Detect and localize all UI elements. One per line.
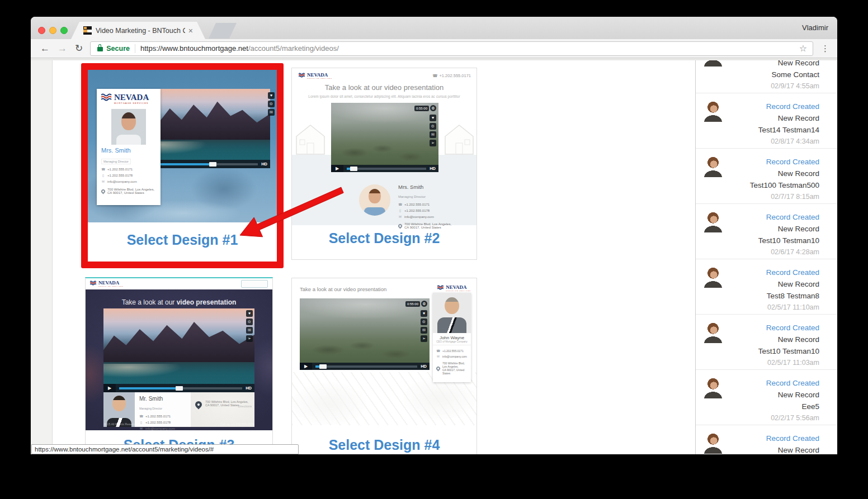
brand-tagline: MORTGAGE SERVICES <box>307 78 332 80</box>
progress-bar <box>315 365 417 368</box>
brand-tagline: MORTGAGE SERVICES <box>114 102 149 104</box>
phone-number: +1.202.555.0171 <box>439 73 471 78</box>
logo-waves-icon <box>90 281 97 286</box>
mail-icon: ✉ <box>421 327 427 334</box>
video-share-icons: ♥ ⊙ ✉ ➢ <box>421 310 427 342</box>
phone-icon: ☎ <box>436 349 440 353</box>
hd-label: HD <box>430 166 436 171</box>
address-row: 700 Wilshire Blvd, Los Angeles,CA 90017,… <box>398 222 451 229</box>
activity-line2: Some Contact <box>702 69 819 80</box>
tab-close-icon[interactable]: × <box>188 26 193 35</box>
page-top-edge <box>31 58 837 60</box>
omnibox[interactable]: Secure https://www.bntouchmortgage.net/a… <box>90 41 813 56</box>
email-row: ✉info@company.com <box>139 426 191 430</box>
activity-time: 02/5/17 11:03am <box>702 357 819 369</box>
agent-contact-block: Mr. Smith Managing Director ☎+1.202.555.… <box>135 392 191 427</box>
video-share-icons: ♥ ⊙ ✉ <box>268 92 275 116</box>
location-pin-icon <box>436 365 441 371</box>
time-text: 0:55:00 <box>405 301 420 307</box>
video-player: 0:55:00⚙ ♥ ⊙ ✉ ➢ ▶ HD <box>331 103 438 172</box>
bookmark-star-icon[interactable]: ☆ <box>799 43 807 54</box>
browser-window: Video Marketing - BNTouch CR × Vladimir … <box>31 17 837 454</box>
secure-label[interactable]: Secure <box>106 45 130 53</box>
activity-entry[interactable]: Record Created New Record Test10 Testman… <box>696 315 837 370</box>
design1-select-label[interactable]: Select Design #1 <box>88 232 277 248</box>
traffic-light-minimize[interactable] <box>49 27 56 34</box>
forward-button[interactable]: → <box>58 44 67 53</box>
tab-bar: Video Marketing - BNTouch CR × Vladimir <box>31 17 837 39</box>
email-row: ✉info@company.com <box>398 215 451 218</box>
activity-sidebar: Record Created New Record Some Contact 0… <box>695 58 837 454</box>
agent-name: Mr. Smith <box>139 396 191 402</box>
activity-line2: Eee5 <box>702 401 819 412</box>
nevada-logo: NEVADAMORTGAGE SERVICES <box>90 281 124 288</box>
design2-select-label[interactable]: Select Design #2 <box>292 230 477 246</box>
design-card-3[interactable]: NEVADAMORTGAGE SERVICES Take a look at o… <box>85 277 273 454</box>
email-icon: ✉ <box>398 215 402 218</box>
new-tab-button[interactable] <box>209 23 237 39</box>
activity-line2: Test10 Testman10 <box>702 235 819 246</box>
browser-toolbar: ← → ↻ Secure https://www.bntouchmortgage… <box>31 39 837 58</box>
progress-bar <box>154 163 258 165</box>
browser-tab[interactable]: Video Marketing - BNTouch CR × <box>71 22 205 39</box>
player-controls: ▶ HD <box>103 384 254 392</box>
phone-number: +1.202.555.0171 <box>107 168 133 171</box>
activity-avatar <box>702 322 724 343</box>
traffic-light-close[interactable] <box>38 27 45 34</box>
activity-entry[interactable]: Record Created New Record Test8 Testman8… <box>696 259 837 315</box>
heart-icon: ♥ <box>430 115 436 121</box>
omnibox-divider <box>135 44 135 53</box>
traffic-light-zoom[interactable] <box>60 27 68 34</box>
agent-contact-block: Mrs. Smith Managing Director ☎+1.202.555… <box>398 184 451 229</box>
video-player: ♥ ⊙ ✉ ➢ ▶ HD <box>103 308 254 392</box>
lock-icon <box>97 47 103 51</box>
mobile-row: ▯+1.202.555.0178 <box>101 173 156 177</box>
progress-bar <box>347 168 426 170</box>
gear-icon: ⚙ <box>421 301 427 307</box>
location-pin-icon <box>398 223 403 229</box>
mail-icon: ✉ <box>430 131 436 138</box>
agent-card: John Wayne CEO of Mortgage Company ☎+1.2… <box>433 293 471 382</box>
activity-entry[interactable]: Record Created New Record Test14 Testman… <box>696 93 837 149</box>
agent-name: John Wayne <box>433 335 471 340</box>
design-card-2[interactable]: NEVADAMORTGAGE SERVICES ☎+1.202.555.0171… <box>291 68 477 260</box>
browser-menu-icon[interactable]: ⋮ <box>821 44 829 54</box>
contact-button <box>241 280 268 288</box>
activity-avatar <box>702 433 724 454</box>
time-text: 0:55:00 <box>414 106 429 111</box>
url-domain: https://www.bntouchmortgage.net <box>140 44 248 53</box>
agent-name: Mrs. Smith <box>101 147 156 154</box>
activity-time: 02/8/17 4:34am <box>702 136 819 148</box>
design-card-4[interactable]: Take a look at our video presentation NE… <box>291 278 477 454</box>
clock-icon: ⊙ <box>421 319 427 325</box>
activity-entry[interactable]: Record Created New Record Test100 Testma… <box>696 149 837 204</box>
heart-icon: ♥ <box>421 310 427 317</box>
play-icon: ▶ <box>331 165 343 172</box>
profile-name[interactable]: Vladimir <box>802 23 828 32</box>
phone-icon: ☎ <box>398 202 402 206</box>
activity-entry[interactable]: Record Created New Record Eee5 02/2/17 5… <box>696 370 837 425</box>
reload-button[interactable]: ↻ <box>75 44 83 53</box>
address-text: 700 Wilshire Blvd, Los Angeles,CA 90017,… <box>404 222 451 229</box>
location-pin-icon <box>101 188 106 194</box>
player-controls: ▶ HD <box>331 165 438 172</box>
activity-entry[interactable]: Record Created New Record <box>696 425 837 454</box>
design-card-1[interactable]: ▶ HD ♥ ⊙ ✉ <box>88 70 277 262</box>
back-button[interactable]: ← <box>40 44 50 53</box>
email-text: info@company.com <box>442 355 467 358</box>
design4-select-label[interactable]: Select Design #4 <box>292 437 477 453</box>
time-badge: 0:55:00⚙ <box>414 105 436 111</box>
brand-name: NEVADA <box>98 281 124 286</box>
email-icon: ✉ <box>139 426 143 430</box>
activity-time: 02/9/17 4:55am <box>702 80 819 92</box>
clock-icon: ⊙ <box>268 101 275 107</box>
phone-number: +1.202.555.0171 <box>145 415 171 418</box>
activity-entry[interactable]: Record Created New Record Some Contact 0… <box>696 58 837 93</box>
address-row: 700 Wilshire Blvd, Los Angeles,CA 90017,… <box>101 188 156 194</box>
url-path: /account5/marketing/videos/ <box>248 44 339 53</box>
red-highlight-frame: ▶ HD ♥ ⊙ ✉ <box>81 63 284 268</box>
activity-line2: Test14 Testman14 <box>702 124 819 136</box>
activity-entry[interactable]: Record Created New Record Test10 Testman… <box>696 204 837 259</box>
url-text[interactable]: https://www.bntouchmortgage.net/account5… <box>140 44 795 53</box>
agent-title: Managing Director <box>398 195 426 198</box>
